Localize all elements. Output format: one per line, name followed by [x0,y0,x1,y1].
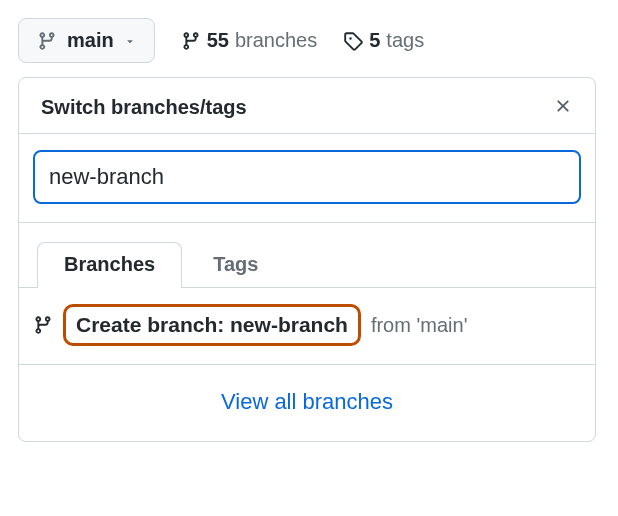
git-branch-icon [181,31,201,51]
search-section [19,134,595,223]
tab-tags-label: Tags [213,253,258,275]
close-button[interactable] [549,92,577,123]
branches-label: branches [235,29,317,52]
tags-link[interactable]: 5 tags [343,29,424,52]
tags-label: tags [386,29,424,52]
caret-down-icon [124,35,136,47]
tab-branches-label: Branches [64,253,155,275]
tags-count: 5 [369,29,380,52]
close-icon [553,96,573,116]
create-branch-from: from 'main' [371,314,468,337]
branch-selector-button[interactable]: main [18,18,155,63]
popover-title: Switch branches/tags [41,96,247,119]
create-branch-label: Create branch: new-branch [63,304,361,346]
git-branch-icon [33,315,53,335]
branches-count: 55 [207,29,229,52]
create-branch-item[interactable]: Create branch: new-branch from 'main' [19,288,595,365]
branch-selector-label: main [67,29,114,52]
branches-link[interactable]: 55 branches [181,29,318,52]
repo-toolbar: main 55 branches 5 tags [18,18,600,63]
popover-header: Switch branches/tags [19,78,595,134]
popover-tabs: Branches Tags [19,223,595,288]
tag-icon [343,31,363,51]
view-all-branches-link[interactable]: View all branches [221,389,393,414]
branch-switcher-popover: Switch branches/tags Branches Tags Creat… [18,77,596,442]
branch-search-input[interactable] [33,150,581,204]
tab-branches[interactable]: Branches [37,242,182,288]
tab-tags[interactable]: Tags [186,242,285,288]
git-branch-icon [37,31,57,51]
view-all-section: View all branches [19,365,595,441]
